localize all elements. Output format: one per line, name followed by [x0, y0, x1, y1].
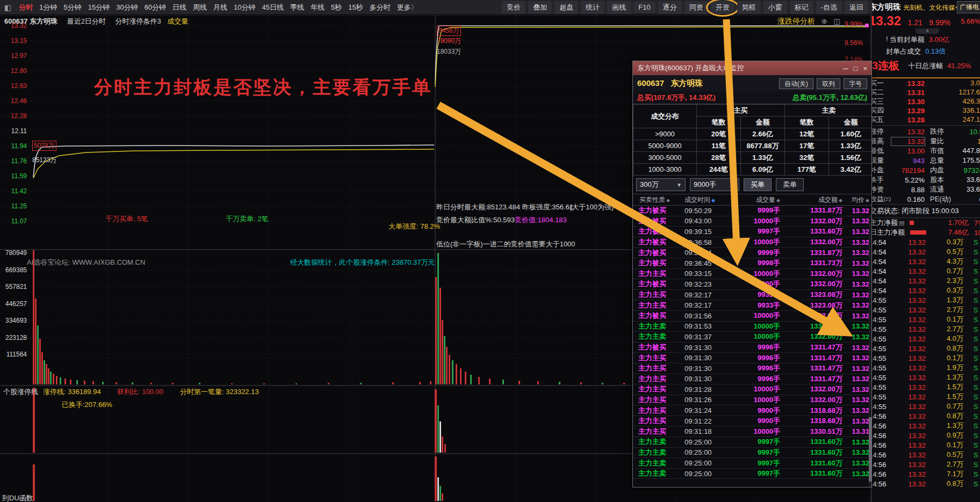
- menu-item-60分钟[interactable]: 60分钟: [141, 2, 169, 13]
- trade-row: 主力主买09:33:1510000手1332.00万13.32: [633, 269, 871, 280]
- tick-time: 14:56: [871, 480, 893, 488]
- menu-item-周线[interactable]: 周线: [190, 2, 210, 13]
- menu-item-统计[interactable]: 统计: [581, 1, 604, 14]
- app-screen: ◧ 分时1分钟5分钟15分钟30分钟60分钟日线周线月线10分钟45日线季线年线…: [0, 0, 980, 502]
- tick-time: 14:55: [871, 345, 893, 353]
- minimize-button[interactable]: ─: [843, 64, 848, 72]
- menu-item-年线[interactable]: 年线: [307, 2, 328, 13]
- menu-item--自选[interactable]: -自选: [816, 1, 842, 14]
- day-net-row: 日主力净额 7.46亿 10%: [871, 228, 980, 237]
- tick-side: S: [963, 393, 980, 401]
- menu-item-简框[interactable]: 简框: [737, 1, 761, 14]
- stat-value: 175.5万: [948, 156, 980, 165]
- menu-item-画线[interactable]: 画线: [607, 1, 631, 14]
- trade-col-header-2[interactable]: 成交量◆: [731, 195, 780, 205]
- maximize-button[interactable]: □: [854, 64, 858, 72]
- menu-item-月线[interactable]: 月线: [210, 2, 230, 13]
- tick-volume: 2.7万: [926, 324, 963, 334]
- trade-row: 主力被买09:31:5610000手1332.00万13.32: [633, 311, 871, 322]
- trade-amount: 1318.68万: [780, 416, 842, 426]
- menu-item-叠加[interactable]: 叠加: [528, 1, 552, 14]
- scrollbar-thumb[interactable]: [869, 417, 871, 482]
- trade-price: 13.32: [842, 207, 869, 215]
- menu-item-返回[interactable]: 返回: [845, 1, 868, 14]
- panel-icon[interactable]: ◫: [833, 17, 840, 25]
- menu-item-多分时[interactable]: 多分时: [366, 2, 394, 13]
- trade-price: 13.32: [842, 406, 869, 414]
- menu-item-5分钟[interactable]: 5分钟: [60, 2, 84, 13]
- menu-item-逐分[interactable]: 逐分: [658, 1, 682, 14]
- menu-item-30分钟[interactable]: 30分钟: [113, 2, 141, 13]
- window-titlebar[interactable]: 东方明珠(600637) 开盘啦大单监控 ─ □ ×: [633, 61, 871, 75]
- window-button-字号[interactable]: 字号: [844, 78, 867, 89]
- trade-price: 13.32: [842, 438, 869, 446]
- tab-buy-orders[interactable]: 买单: [744, 178, 772, 191]
- sidebar-stock-name[interactable]: 东方明珠: [871, 2, 901, 11]
- trade-amount: 1332.00万: [780, 237, 842, 247]
- tick-row: 14:5513.322.7万S: [871, 324, 980, 334]
- trade-time: 09:31:30: [684, 365, 731, 373]
- dist-sell-count: 32笔: [785, 152, 829, 164]
- tick-volume: 1.9万: [926, 363, 963, 373]
- window-button-自动(关)[interactable]: 自动(关): [779, 78, 813, 89]
- window-button-双列[interactable]: 双列: [817, 78, 840, 89]
- menu-item-5秒[interactable]: 5秒: [328, 2, 345, 13]
- limit-analysis-strip: 涨跌停分析 ⊕ ◫: [777, 17, 840, 26]
- split-view-icon[interactable]: ◧: [4, 3, 11, 12]
- menu-item-更多〉[interactable]: 更多〉: [394, 2, 421, 13]
- trade-table-header: 买卖性质◆成交时间◆成交量◆成交额◆均价◆: [633, 194, 871, 206]
- day2-volume-label2: 18033万: [437, 47, 461, 56]
- menu-item-竞价[interactable]: 竞价: [502, 1, 525, 14]
- menu-item-1分钟[interactable]: 1分钟: [36, 2, 60, 13]
- quote-stat-row: 涨停13.32跌停10.90: [871, 127, 980, 136]
- menu-item-分时[interactable]: 分时: [16, 2, 36, 13]
- distribution-row: >900020笔2.66亿12笔1.60亿: [633, 128, 873, 140]
- trade-volume: 9997手: [731, 469, 780, 478]
- list-icon[interactable]: ▤: [899, 220, 904, 227]
- trade-row: 主力主卖09:31:5310000手1332.00万13.32: [633, 322, 871, 332]
- distribution-table: 成交分布 主买 主卖 笔数 金额 笔数 金额 >900020笔2.66亿12笔1…: [633, 104, 872, 176]
- menu-item-10分钟[interactable]: 10分钟: [230, 2, 258, 13]
- tick-side: S: [963, 296, 980, 304]
- menu-item-标记[interactable]: 标记: [790, 1, 813, 14]
- menu-item-小窗[interactable]: 小窗: [763, 1, 787, 14]
- trade-amount: 1332.00万: [780, 332, 842, 341]
- trade-col-header-3[interactable]: 成交额◆: [780, 195, 842, 205]
- menu-item-同资[interactable]: 同资: [684, 1, 708, 14]
- menu-item-季线[interactable]: 季线: [287, 2, 307, 13]
- close-button[interactable]: ×: [863, 64, 867, 72]
- tick-price: 13.32: [893, 383, 926, 391]
- tick-price: 13.32: [893, 325, 926, 333]
- menu-item-F10[interactable]: F10: [633, 2, 655, 13]
- limit-analysis-label[interactable]: 涨跌停分析: [777, 17, 815, 25]
- menu-item-日线[interactable]: 日线: [169, 2, 190, 13]
- menu-item-超盘[interactable]: 超盘: [554, 1, 578, 14]
- trade-col-header-0[interactable]: 买卖性质◆: [633, 195, 684, 205]
- level-price: 13.30: [891, 98, 925, 106]
- collapse-chevron[interactable]: ∧: [916, 28, 939, 34]
- big-data-note: 经大数据统计，此个股涨停条件: 23870.37万元: [290, 258, 435, 267]
- tick-side: S: [963, 325, 980, 333]
- expand-icon[interactable]: ⊕: [822, 17, 827, 25]
- tick-side: S: [963, 316, 980, 324]
- tick-time: 14:54: [871, 277, 893, 285]
- volume-filter-select[interactable]: 9000手▼: [690, 178, 739, 191]
- dist-buy-count: 20笔: [697, 128, 741, 140]
- tenday-label: 十日总涨幅: [908, 61, 943, 71]
- price-axis-label: 11.42: [1, 187, 27, 195]
- amount-filter-select[interactable]: 300万▼: [636, 178, 686, 191]
- stat-value: 33.6亿: [948, 175, 980, 185]
- menu-item-15秒[interactable]: 15秒: [345, 2, 366, 13]
- menu-item-45日线[interactable]: 45日线: [259, 2, 287, 13]
- trade-volume: 9997手: [731, 459, 780, 468]
- menu-item-15分钟[interactable]: 15分钟: [85, 2, 113, 13]
- trade-col-header-1[interactable]: 成交时间◆: [684, 195, 731, 205]
- tab-sell-orders[interactable]: 卖单: [776, 178, 804, 191]
- menu-item-开资[interactable]: 开资: [711, 1, 734, 14]
- tick-row: 14:5613.320.5万S: [871, 450, 980, 460]
- scrollbar[interactable]: [869, 215, 871, 487]
- dist-buy-amount: 6.09亿: [741, 164, 785, 176]
- tick-volume: 0.8万: [926, 344, 963, 353]
- trade-col-header-4[interactable]: 均价◆: [842, 195, 869, 205]
- trade-time: 09:31:22: [684, 417, 731, 425]
